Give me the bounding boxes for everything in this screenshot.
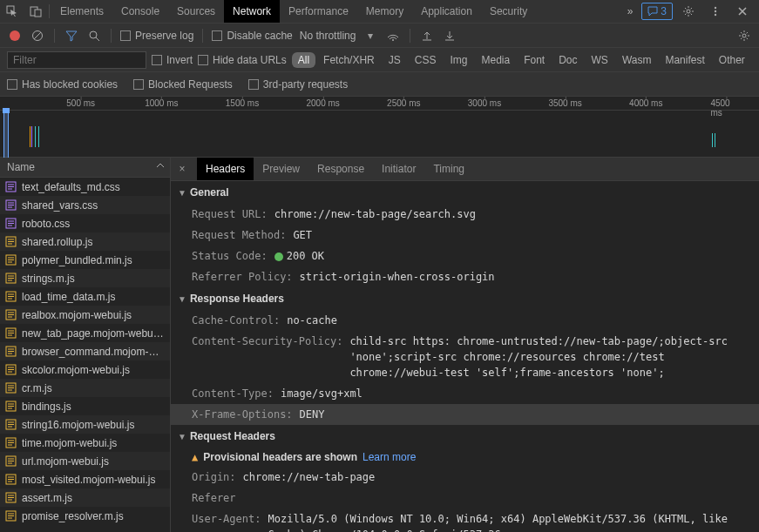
tab-elements[interactable]: Elements bbox=[51, 0, 112, 23]
disable-cache-checkbox[interactable]: Disable cache bbox=[212, 30, 292, 42]
tab-security[interactable]: Security bbox=[481, 0, 536, 23]
filter-chip-other[interactable]: Other bbox=[713, 52, 751, 68]
detail-tab-timing[interactable]: Timing bbox=[424, 158, 473, 180]
more-tabs-icon[interactable]: » bbox=[619, 5, 642, 17]
svg-point-8 bbox=[90, 31, 97, 38]
svg-point-9 bbox=[392, 39, 394, 41]
request-row[interactable]: new_tab_page.mojom-webui.js bbox=[0, 324, 170, 342]
request-name: cr.m.js bbox=[22, 382, 52, 394]
filter-chip-all[interactable]: All bbox=[292, 52, 315, 68]
css-file-icon bbox=[5, 199, 17, 211]
request-name: realbox.mojom-webui.js bbox=[22, 309, 132, 321]
detail-tab-preview[interactable]: Preview bbox=[254, 158, 308, 180]
request-row[interactable]: most_visited.mojom-webui.js bbox=[0, 470, 170, 488]
panel-tabs: ElementsConsoleSourcesNetworkPerformance… bbox=[51, 0, 619, 23]
request-row[interactable]: bindings.js bbox=[0, 397, 170, 415]
detail-tab-response[interactable]: Response bbox=[308, 158, 373, 180]
section-general[interactable]: ▼General bbox=[171, 181, 759, 204]
device-icon[interactable] bbox=[24, 0, 47, 24]
request-row[interactable]: realbox.mojom-webui.js bbox=[0, 306, 170, 324]
request-name: text_defaults_md.css bbox=[22, 181, 120, 193]
request-name: promise_resolver.m.js bbox=[22, 510, 124, 522]
request-row[interactable]: polymer_bundled.min.js bbox=[0, 251, 170, 269]
tab-application[interactable]: Application bbox=[412, 0, 481, 23]
blocked-cookies-checkbox[interactable]: Has blocked cookies bbox=[7, 78, 118, 91]
gear-icon[interactable] bbox=[676, 0, 700, 24]
request-list-pane: Name text_defaults_md.cssshared_vars.css… bbox=[0, 158, 171, 532]
invert-checkbox[interactable]: Invert bbox=[152, 54, 193, 66]
request-row[interactable]: browser_command.mojom-webui.js bbox=[0, 342, 170, 360]
record-button[interactable] bbox=[7, 30, 23, 41]
section-request-headers[interactable]: ▼Request Headers bbox=[171, 425, 759, 448]
search-icon[interactable] bbox=[86, 30, 102, 42]
tab-memory[interactable]: Memory bbox=[357, 0, 412, 23]
hide-data-urls-checkbox[interactable]: Hide data URLs bbox=[198, 54, 287, 66]
chevron-down-icon[interactable]: ▾ bbox=[363, 30, 378, 42]
tab-performance[interactable]: Performance bbox=[280, 0, 357, 23]
close-icon[interactable] bbox=[730, 0, 754, 24]
tab-network[interactable]: Network bbox=[224, 0, 280, 23]
filter-bar-2: Has blocked cookies Blocked Requests 3rd… bbox=[0, 72, 759, 97]
request-row[interactable]: cr.m.js bbox=[0, 379, 170, 397]
timeline-selection[interactable] bbox=[3, 111, 9, 158]
request-row[interactable]: roboto.css bbox=[0, 214, 170, 232]
detail-tab-headers[interactable]: Headers bbox=[197, 158, 254, 180]
filter-chip-css[interactable]: CSS bbox=[409, 52, 443, 68]
inspect-icon[interactable] bbox=[0, 0, 24, 24]
filter-chip-ws[interactable]: WS bbox=[586, 52, 614, 68]
request-name: shared_vars.css bbox=[22, 199, 98, 212]
scroll-up-icon[interactable] bbox=[154, 159, 166, 172]
filter-chip-doc[interactable]: Doc bbox=[552, 52, 583, 68]
filter-input[interactable] bbox=[7, 51, 146, 69]
blocked-requests-checkbox[interactable]: Blocked Requests bbox=[133, 78, 233, 91]
network-conditions-icon[interactable] bbox=[385, 30, 401, 42]
request-row[interactable]: shared_vars.css bbox=[0, 196, 170, 214]
js-file-icon bbox=[5, 327, 17, 339]
tab-sources[interactable]: Sources bbox=[168, 0, 224, 23]
request-row[interactable]: url.mojom-webui.js bbox=[0, 452, 170, 470]
clear-icon[interactable] bbox=[30, 30, 45, 42]
filter-chip-js[interactable]: JS bbox=[383, 52, 407, 68]
filter-chip-wasm[interactable]: Wasm bbox=[616, 52, 658, 68]
request-row[interactable]: string16.mojom-webui.js bbox=[0, 415, 170, 434]
panel-gear-icon[interactable] bbox=[736, 30, 752, 42]
filter-chip-media[interactable]: Media bbox=[475, 52, 516, 68]
filter-chip-img[interactable]: Img bbox=[444, 52, 473, 68]
request-row[interactable]: time.mojom-webui.js bbox=[0, 434, 170, 452]
section-response-headers[interactable]: ▼Response Headers bbox=[171, 287, 759, 310]
request-row[interactable]: skcolor.mojom-webui.js bbox=[0, 360, 170, 379]
close-detail-icon[interactable]: × bbox=[171, 163, 193, 175]
tick: 2000 ms bbox=[306, 98, 339, 108]
request-row[interactable]: promise_resolver.m.js bbox=[0, 507, 170, 525]
tab-console[interactable]: Console bbox=[112, 0, 168, 23]
request-row[interactable]: shared.rollup.js bbox=[0, 232, 170, 251]
x-frame-options-row[interactable]: X-Frame-Options:DENY bbox=[171, 404, 759, 425]
request-row[interactable]: load_time_data.m.js bbox=[0, 287, 170, 306]
filter-icon[interactable] bbox=[64, 30, 79, 42]
js-file-icon bbox=[5, 346, 17, 357]
css-file-icon bbox=[5, 181, 17, 192]
upload-icon[interactable] bbox=[419, 30, 435, 42]
third-party-checkbox[interactable]: 3rd-party requests bbox=[248, 78, 348, 91]
detail-tab-initiator[interactable]: Initiator bbox=[373, 158, 424, 180]
svg-point-6 bbox=[714, 14, 715, 16]
timeline[interactable]: 500 ms1000 ms1500 ms2000 ms2500 ms3000 m… bbox=[0, 97, 759, 158]
request-row[interactable]: assert.m.js bbox=[0, 488, 170, 507]
filter-chip-fetch-xhr[interactable]: Fetch/XHR bbox=[317, 52, 381, 68]
request-name: browser_command.mojom-webui.js bbox=[22, 346, 165, 358]
js-file-icon bbox=[5, 437, 17, 448]
css-file-icon bbox=[5, 218, 17, 229]
messages-badge[interactable]: 3 bbox=[641, 3, 673, 20]
preserve-log-checkbox[interactable]: Preserve log bbox=[120, 30, 193, 42]
filter-chip-font[interactable]: Font bbox=[518, 52, 551, 68]
tick: 2500 ms bbox=[387, 98, 420, 108]
kebab-icon[interactable] bbox=[703, 0, 727, 24]
filter-bar: Invert Hide data URLs AllFetch/XHRJSCSSI… bbox=[0, 48, 759, 72]
throttling-select[interactable]: No throttling bbox=[300, 30, 356, 42]
request-row[interactable]: text_defaults_md.css bbox=[0, 178, 170, 196]
learn-more-link[interactable]: Learn more bbox=[363, 451, 416, 463]
filter-chip-manifest[interactable]: Manifest bbox=[659, 52, 710, 68]
download-icon[interactable] bbox=[442, 30, 457, 42]
name-column-header[interactable]: Name bbox=[0, 158, 170, 178]
request-row[interactable]: strings.m.js bbox=[0, 269, 170, 287]
